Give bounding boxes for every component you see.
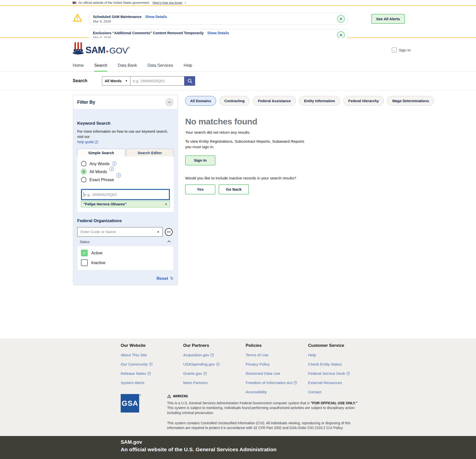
footer-link-external-resources[interactable]: External Resources [308,381,368,385]
sam-gov-logo[interactable]: SAM ★ GOV ® [72,42,130,55]
reset-icon[interactable]: ↻ [170,276,174,281]
footer-link-label: Release Notes [121,371,146,376]
checkbox-active[interactable]: ✓ [81,250,88,256]
footer-heading: Customer Service [308,343,368,348]
chevron-up-icon[interactable] [167,240,171,244]
federal-organizations-heading: Federal Organizations [77,218,174,223]
checkbox-active-label: Active [91,251,102,255]
radio-any-words-label: Any Words [89,161,109,166]
info-icon[interactable]: i [109,167,114,171]
nav-item-home[interactable]: Home [73,62,84,71]
uncle-sam-hat-icon [72,42,84,55]
search-mode-value: All Words [105,79,121,83]
info-icon[interactable]: i [116,173,121,178]
chip-close-icon[interactable]: ✕ [165,202,167,206]
info-icon[interactable]: i [112,161,116,166]
pill-entity-information[interactable]: Entity Information [299,96,340,106]
external-link-icon: ↗ [216,363,219,366]
more-options-button[interactable]: ••• [165,228,173,236]
footer-col-our-website: Our Website About This Site Our Communit… [121,343,181,390]
federal-org-input[interactable] [80,230,150,234]
footer-link-terms-of-use[interactable]: Terms of Use [246,353,306,357]
sign-in-button[interactable]: Sign In [185,155,215,165]
collapse-filters-button[interactable]: − [165,98,174,106]
alert-date: Mar 9, 2026 [93,19,343,23]
search-row: Search All Words ▼ [0,71,476,90]
close-icon[interactable]: ✕ [337,15,345,23]
external-link-icon: ↗ [149,363,152,366]
yes-button[interactable]: Yes [185,184,215,194]
alert-card: Scheduled SAM Maintenance Show Details M… [89,13,348,25]
footer-link-release-notes[interactable]: Release Notes↗ [121,371,181,376]
nav-item-search[interactable]: Search [94,62,107,71]
pill-contracting[interactable]: Contracting [219,96,250,106]
checkbox-inactive[interactable] [81,259,88,266]
keyword-info-text: For more information on how to use our k… [77,129,175,145]
radio-exact-phrase-label: Exact Phrase [89,177,114,182]
caret-down-icon: ▼ [125,79,128,82]
footer-link-foia[interactable]: Freedom of Information Act↗ [246,381,306,385]
nav-item-data-services[interactable]: Data Services [147,62,173,71]
see-all-alerts-button[interactable]: See All Alerts [371,14,405,24]
show-details-link[interactable]: Show Details [207,31,229,35]
ellipsis-icon: ••• [167,230,171,234]
help-guide-link[interactable]: help guide ↗ [77,139,98,145]
nav-item-data-bank[interactable]: Data Bank [118,62,137,71]
footer-link-accessibility[interactable]: Accessibility [246,390,306,394]
footer-link-federal-service-desk[interactable]: Federal Service Desk↗ [308,371,368,376]
footer-link-label: Check Entity Status [308,362,342,367]
footer-link-label: Acquisition.gov [183,353,209,357]
footer-link-label: Restricted Data Use [246,371,280,376]
footer-link-help[interactable]: Help [308,353,368,357]
warning-title: WARNING [167,394,365,398]
radio-exact-phrase[interactable] [81,177,86,182]
federal-organizations-row: ▼ ••• [77,227,174,237]
domain-pills: All Domains Contracting Federal Assistan… [185,96,434,106]
gov-banner: An official website of the United States… [0,0,476,6]
footer-link-system-alerts[interactable]: System Alerts [121,381,181,385]
pill-federal-assistance[interactable]: Federal Assistance [253,96,296,106]
keyword-tabs: Simple Search Search Editor [77,149,174,156]
go-back-button[interactable]: Go Back [219,184,249,194]
status-label: Status [80,240,90,244]
footer-link-restricted-data-use[interactable]: Restricted Data Use [246,371,306,376]
show-details-link[interactable]: Show Details [145,15,167,19]
footer-link-grants-gov[interactable]: Grants.gov↗ [183,371,243,376]
warning-paragraph-1: This is a U.S. General Services Administ… [167,401,365,415]
nav-item-help[interactable]: Help [184,62,192,71]
footer-link-label: External Resources [308,381,342,385]
footer-link-more-partners[interactable]: More Partners [183,381,243,385]
filter-title: Filter By [77,100,95,105]
external-link-icon: ↗ [148,372,151,375]
footer-link-usaspending-gov[interactable]: USASpending.gov↗ [183,362,243,367]
footer-link-check-entity-status[interactable]: Check Entity Status [308,362,368,367]
search-input[interactable] [130,76,184,86]
footer-col-customer-service: Customer Service Help Check Entity Statu… [308,343,368,399]
search-button[interactable] [184,76,195,86]
keyword-input[interactable] [82,190,169,199]
header-sign-in[interactable]: ← Sign In [392,47,411,52]
simple-search-panel: Any Words i All Words i Exact Phrase i [77,156,174,212]
pill-wage-determinations[interactable]: Wage Determinations [387,96,434,106]
tab-search-editor[interactable]: Search Editor [126,149,174,156]
footer-link-our-community[interactable]: Our Community↗ [121,362,181,367]
radio-any-words[interactable] [81,161,86,166]
tab-simple-search[interactable]: Simple Search [77,149,125,156]
caret-down-icon: ▼ [157,231,159,233]
pill-federal-hierarchy[interactable]: Federal Hierarchy [343,96,384,106]
no-results-text: Your search did not return any results. [185,130,434,135]
footer-link-privacy-policy[interactable]: Privacy Policy [246,362,306,367]
federal-org-combobox[interactable]: ▼ [77,227,163,237]
footer-link-acquisition-gov[interactable]: Acquisition.gov↗ [183,353,243,357]
reset-link[interactable]: Reset [156,276,168,281]
search-mode-select[interactable]: All Words ▼ [102,76,130,86]
how-you-know-link[interactable]: Here's how you know [153,1,182,4]
external-link-icon: ↗ [294,381,297,384]
reset-row: Reset ↻ [77,276,174,281]
footer-link-label: System Alerts [121,381,144,385]
pill-all-domains[interactable]: All Domains [185,96,216,106]
footer-link-about-this-site[interactable]: About This Site [121,353,181,357]
footer-link-contact[interactable]: Contact [308,390,368,394]
radio-all-words[interactable] [81,169,86,174]
filter-body: Keyword Search For more information on h… [73,109,177,285]
